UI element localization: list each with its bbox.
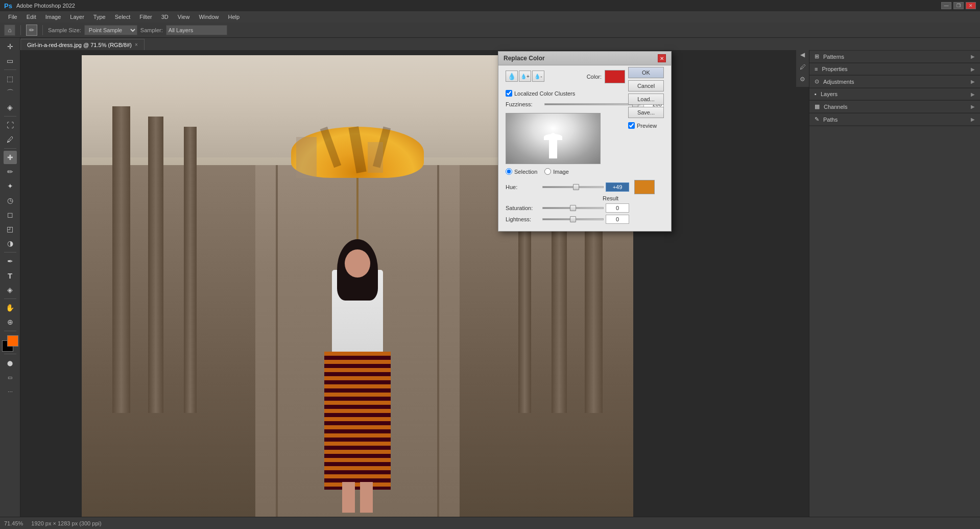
artboard-tool[interactable]: ▭ <box>4 54 17 67</box>
eyedropper-tool[interactable]: 🖊 <box>4 133 17 146</box>
saturation-thumb[interactable] <box>570 205 576 211</box>
properties-collapse-icon: ▶ <box>971 66 975 72</box>
patterns-label: Patterns <box>823 54 844 60</box>
load-button[interactable]: Load... <box>628 94 664 105</box>
saturation-value[interactable]: 0 <box>606 203 629 213</box>
foreground-color-swatch[interactable] <box>7 335 18 347</box>
brush-tool-icon[interactable]: ✏ <box>26 25 37 36</box>
dialog-close-button[interactable]: ✕ <box>658 54 666 62</box>
menu-help[interactable]: Help <box>224 13 244 21</box>
eyedropper-add-button[interactable]: 💧+ <box>519 71 531 82</box>
panel-toggle-icon[interactable]: ◀ <box>797 49 808 60</box>
path-select-tool[interactable]: ◈ <box>4 283 17 296</box>
eraser-tool[interactable]: ◻ <box>4 208 17 221</box>
hue-label: Hue: <box>506 184 540 190</box>
fuzziness-slider[interactable] <box>544 103 640 105</box>
gradient-tool[interactable]: ◰ <box>4 222 17 236</box>
hue-slider[interactable] <box>542 186 604 188</box>
channels-section: ▦ Channels ▶ <box>809 101 980 113</box>
menu-edit[interactable]: Edit <box>22 13 40 21</box>
eyedropper-panel-icon[interactable]: 🖊 <box>797 61 808 73</box>
menu-view[interactable]: View <box>174 13 194 21</box>
home-button[interactable]: ⌂ <box>4 25 15 36</box>
menu-select[interactable]: Select <box>111 13 135 21</box>
tab-filename: Girl-in-a-red-dress.jpg @ 71.5% (RGB/8#) <box>27 42 132 48</box>
lightness-slider[interactable] <box>542 218 604 220</box>
color-swatch[interactable] <box>605 70 625 83</box>
pen-tool[interactable]: ✒ <box>4 255 17 268</box>
document-tab[interactable]: Girl-in-a-red-dress.jpg @ 71.5% (RGB/8#)… <box>20 39 145 50</box>
window-controls: — ❐ ✕ <box>941 2 976 9</box>
marquee-tool[interactable]: ⬚ <box>4 72 17 85</box>
sampler-input[interactable] <box>166 25 227 35</box>
preview-person <box>549 138 557 158</box>
preview-label: Preview <box>637 123 657 129</box>
lightness-value[interactable]: 0 <box>606 215 629 224</box>
patterns-section: ⊞ Patterns ▶ <box>809 51 980 63</box>
hue-value[interactable]: +49 <box>606 182 629 192</box>
history-brush-tool[interactable]: ◷ <box>4 194 17 207</box>
minimize-button[interactable]: — <box>941 2 951 9</box>
clone-tool[interactable]: ✦ <box>4 179 17 193</box>
hand-tool[interactable]: ✋ <box>4 301 17 314</box>
crop-tool[interactable]: ⛶ <box>4 119 17 132</box>
eyedropper-button[interactable]: 💧 <box>506 71 518 82</box>
close-button[interactable]: ✕ <box>966 2 976 9</box>
quick-mask-button[interactable]: ⬤ <box>4 356 17 370</box>
healing-tool[interactable]: ✚ <box>4 151 17 164</box>
patterns-collapse-icon: ▶ <box>971 54 975 59</box>
paths-icon: ✎ <box>815 116 819 123</box>
channels-item[interactable]: ▦ Channels ▶ <box>809 101 980 113</box>
hue-row: Hue: +49 <box>506 180 664 194</box>
brush-tool[interactable]: ✏ <box>4 165 17 178</box>
paths-item[interactable]: ✎ Paths ▶ <box>809 113 980 126</box>
dodge-tool[interactable]: ◑ <box>4 237 17 250</box>
cancel-button[interactable]: Cancel <box>628 80 664 91</box>
replace-color-dialog[interactable]: Replace Color ✕ 💧 💧+ 💧- <box>498 51 672 232</box>
eyedropper-icon: 💧 <box>508 73 516 80</box>
preview-checkbox[interactable] <box>628 122 635 129</box>
menu-bar: File Edit Image Layer Type Select Filter… <box>0 11 980 22</box>
properties-item[interactable]: ≡ Properties ▶ <box>809 63 980 75</box>
image-radio[interactable] <box>544 168 551 175</box>
more-tools-button[interactable]: ⋯ <box>4 385 17 398</box>
hue-thumb[interactable] <box>573 184 579 190</box>
menu-3d[interactable]: 3D <box>157 13 173 21</box>
saturation-row: Saturation: 0 <box>506 203 664 213</box>
menu-layer[interactable]: Layer <box>66 13 88 21</box>
adjustments-item[interactable]: ⊙ Adjustments ▶ <box>809 76 980 88</box>
lasso-tool[interactable]: ⌒ <box>4 86 17 100</box>
zoom-tool[interactable]: ⊕ <box>4 315 17 329</box>
save-button[interactable]: Save... <box>628 107 664 118</box>
tab-close-button[interactable]: × <box>135 42 138 48</box>
fuzziness-label: Fuzziness: <box>506 101 541 107</box>
text-tool[interactable]: T <box>4 269 17 282</box>
saturation-slider[interactable] <box>542 207 604 209</box>
maximize-button[interactable]: ❐ <box>953 2 964 9</box>
selection-radio[interactable] <box>506 168 512 175</box>
channels-collapse-icon: ▶ <box>971 104 975 109</box>
quick-select-tool[interactable]: ◈ <box>4 101 17 114</box>
frame-mode-button[interactable]: ▭ <box>4 371 17 384</box>
right-panel: 🎨 Color 📖 Learn 📚 Libraries ▦ Swatches ▼… <box>809 11 980 517</box>
menu-file[interactable]: File <box>4 13 21 21</box>
menu-type[interactable]: Type <box>89 13 110 21</box>
ok-button[interactable]: OK <box>628 67 664 78</box>
eyedropper-tools: 💧 💧+ 💧- <box>506 71 544 82</box>
tool-sep-1 <box>4 70 16 70</box>
adjustments-label: Adjustments <box>823 79 854 85</box>
menu-image[interactable]: Image <box>41 13 65 21</box>
lightness-thumb[interactable] <box>570 216 576 222</box>
move-tool[interactable]: ✛ <box>4 40 17 53</box>
menu-filter[interactable]: Filter <box>135 13 156 21</box>
menu-window[interactable]: Window <box>195 13 223 21</box>
patterns-item[interactable]: ⊞ Patterns ▶ <box>809 51 980 63</box>
localized-clusters-checkbox[interactable] <box>506 90 512 97</box>
color-swatches[interactable] <box>2 335 18 352</box>
sample-size-select[interactable]: Point Sample 3 by 3 Average 5 by 5 Avera… <box>84 25 137 35</box>
settings-icon[interactable]: ⚙ <box>797 74 808 85</box>
layers-item[interactable]: ▪ Layers ▶ <box>809 88 980 100</box>
localized-clusters-label: Localized Color Clusters <box>514 90 575 97</box>
eyedropper-remove-button[interactable]: 💧- <box>532 71 544 82</box>
dialog-title-bar: Replace Color ✕ <box>498 52 671 65</box>
